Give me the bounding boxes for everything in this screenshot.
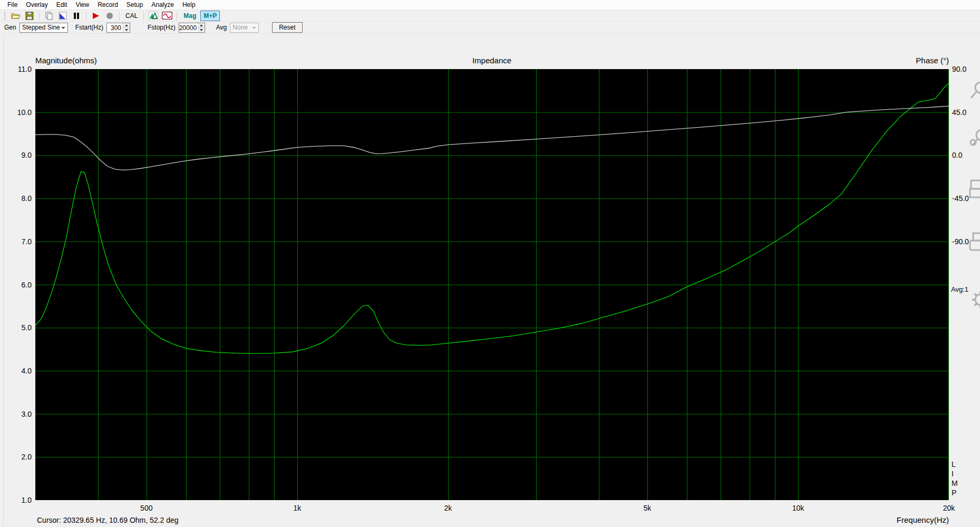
toolbar-separator [86,12,86,20]
menu-bar: FileOverlayEditViewRecordSetupAnalyzeHel… [0,0,980,10]
open-folder-icon [11,12,21,20]
avg-select[interactable]: None [230,23,259,33]
settings-gear-icon[interactable] [969,288,980,314]
magnitude-view-button[interactable]: Mag [180,11,199,21]
toolbar-separator [143,12,144,20]
magnitude-tick-label: 3.0 [4,410,32,418]
copy-icon [45,12,53,20]
record-stop-button[interactable] [103,11,116,21]
spin-down-icon [125,29,128,31]
impedance_phase-curve [35,106,949,170]
magnitude-tick-label: 6.0 [4,281,32,289]
cursor-readout: Cursor: 20329.65 Hz, 10.69 Ohm, 52.2 deg [37,516,179,524]
chevron-down-icon [61,27,65,29]
fstart-input[interactable]: 300 [106,23,130,33]
frequency-tick-label: 10k [792,504,804,512]
chevron-down-icon [252,27,256,29]
device-box-icon[interactable] [969,231,980,257]
limp-watermark-letter: P [952,488,958,497]
frequency-tick-label: 5k [644,504,652,512]
chart-title: Impedance [334,56,650,65]
record-play-icon [92,12,100,20]
avg-value: None [232,24,248,31]
toolbar-separator [39,12,40,20]
magnitude-tick-label: 10.0 [4,108,32,117]
generator-select[interactable]: Stepped Sine [20,23,68,33]
overlay-button[interactable] [56,11,69,21]
menu-item-setup[interactable]: Setup [122,0,147,9]
fstop-value: 20000 [179,23,198,32]
magnitude-tick-label: 4.0 [4,367,32,375]
spin-up-icon [125,24,128,26]
frequency-tick-label: 2k [444,504,452,512]
menu-item-help[interactable]: Help [178,0,200,9]
spin-up-icon [200,24,203,26]
magnitude-tick-label: 1.0 [4,496,32,504]
fstart-value: 300 [107,23,123,32]
pause-icon [73,12,80,20]
generator-label: Gen [4,24,16,31]
calibrate-button[interactable]: CAL [123,11,140,21]
menu-item-edit[interactable]: Edit [52,0,72,9]
magnitude-tick-label: 7.0 [4,237,32,246]
fstop-input[interactable]: 20000 [179,23,205,33]
menu-item-record[interactable]: Record [93,0,122,9]
zoom-icon[interactable] [969,80,980,106]
menu-item-file[interactable]: File [3,0,22,9]
left-axis-title: Magnitude(ohms) [35,56,97,65]
menu-item-view[interactable]: View [71,0,93,9]
overlay-new-icon [59,12,67,20]
phase-tick-label: -90.0 [952,237,969,246]
impedance-chart-panel: Magnitude(ohms) Impedance Phase (°) 11.0… [0,34,980,527]
fstart-spinner[interactable] [123,23,130,32]
spin-down-icon [200,29,203,31]
frequency-axis-title: Frequency(Hz) [791,515,949,524]
frequency-tick-label: 1k [293,504,301,512]
reset-button[interactable]: Reset [272,22,302,33]
averages-indicator: Avg:1 [951,285,968,293]
impedance_magnitude-curve [35,82,949,354]
magnitude-tick-label: 2.0 [4,453,32,461]
frequency-tick-label: 20k [943,504,955,512]
toolbar-separator [177,12,177,20]
phase-tick-label: 0.0 [952,151,962,159]
spectrum-button[interactable] [147,11,160,21]
magnitude-tick-label: 11.0 [4,65,32,73]
magnitude-tick-label: 5.0 [4,323,32,332]
open-file-button[interactable] [9,11,22,21]
record-play-button[interactable] [90,11,102,21]
menu-item-analyze[interactable]: Analyze [147,0,178,9]
limp-watermark-letter: L [952,459,958,469]
save-button[interactable] [23,11,36,21]
panel-edge [3,34,4,527]
copy-button[interactable] [43,11,55,21]
spectrum-icon [149,12,158,20]
notes-icon[interactable] [969,178,980,205]
sine-generator-icon [162,12,172,20]
magnitude-tick-label: 8.0 [4,194,32,203]
impedance-plot-area[interactable] [35,69,949,500]
fstart-label: Fstart(Hz) [75,24,103,31]
menu-item-overlay[interactable]: Overlay [22,0,52,9]
fstop-label: Fstop(Hz) [148,24,176,31]
zoom-select-icon[interactable] [969,127,980,152]
save-icon [25,12,34,20]
generator-value: Stepped Sine [22,24,60,31]
magnitude-tick-label: 9.0 [4,151,32,159]
magnitude-phase-view-button[interactable]: M+P [200,11,220,21]
fstop-spinner[interactable] [198,23,205,32]
right-axis-title: Phase (°) [791,56,949,65]
phase-tick-label: 90.0 [952,65,966,73]
frequency-tick-label: 500 [140,504,152,512]
toolbar-grip [4,12,6,20]
record-stop-icon [106,12,113,20]
phase-tick-label: 45.0 [952,108,966,117]
limp-watermark: LIMP [952,459,958,497]
pause-button[interactable] [70,11,83,21]
measurement-controls: Gen Stepped Sine Fstart(Hz) 300 Fstop(Hz… [0,22,980,34]
limp-watermark-letter: I [952,469,958,478]
sine-generator-button[interactable] [161,11,173,21]
main-toolbar: CAL Mag M+P [0,10,980,22]
limp-watermark-letter: M [952,478,958,488]
phase-tick-label: -45.0 [952,194,969,203]
